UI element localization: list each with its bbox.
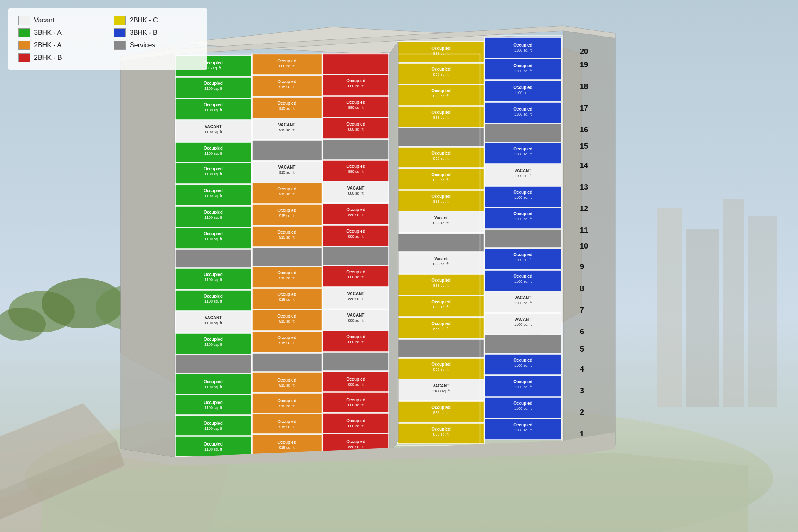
floor-num-8: 8 [580,284,584,293]
svg-rect-56 [252,353,322,372]
floor-num-1: 1 [580,430,584,438]
svg-text:855 sq. ft: 855 sq. ft [433,94,449,98]
svg-text:Occupied: Occupied [204,379,223,384]
svg-text:Occupied: Occupied [431,46,451,51]
floor-num-17: 17 [580,104,588,112]
svg-text:Vacant: Vacant [434,256,448,261]
svg-rect-60 [323,372,389,392]
svg-text:Occupied: Occupied [277,101,296,106]
svg-text:1100 sq. ft: 1100 sq. ft [514,323,532,327]
svg-text:1100 sq. ft: 1100 sq. ft [514,217,532,221]
svg-text:915 sq. ft: 915 sq. ft [279,276,295,280]
svg-rect-66 [323,413,389,433]
svg-text:Occupied: Occupied [513,252,532,257]
svg-text:1100 sq. ft: 1100 sq. ft [514,48,532,52]
svg-text:880 sq. ft: 880 sq. ft [348,340,364,344]
svg-text:880 sq. ft: 880 sq. ft [348,445,364,449]
floor-num-2: 2 [580,408,584,416]
legend-item-3bhka: 3BHK - A [18,28,101,37]
building-visualization: Occupied 915 sq. ft Occupied 880 sq. ft … [0,0,798,532]
svg-text:Occupied: Occupied [346,122,365,126]
svg-text:Occupied: Occupied [513,43,532,47]
svg-rect-67 [175,436,251,456]
floor-num-12: 12 [580,204,588,213]
svg-text:1100 sq. ft: 1100 sq. ft [204,215,222,219]
legend-item-2bhkc: 2BHK - C [114,16,197,25]
floor-num-10: 10 [580,242,588,250]
svg-text:Occupied: Occupied [513,85,532,90]
2bhka-label: 2BHK - A [34,42,62,49]
vacant-swatch [18,16,30,25]
2bhka-swatch [18,41,30,50]
svg-text:Occupied: Occupied [277,208,296,213]
legend-item-2bhka: 2BHK - A [18,41,101,50]
svg-text:1100 sq. ft: 1100 sq. ft [204,172,222,176]
svg-text:Occupied: Occupied [513,274,532,278]
svg-text:Occupied: Occupied [431,405,451,410]
svg-text:Occupied: Occupied [204,337,223,342]
svg-text:880 sq. ft: 880 sq. ft [348,424,364,428]
svg-text:855 sq. ft: 855 sq. ft [433,367,449,372]
svg-text:880 sq. ft: 880 sq. ft [348,127,364,131]
svg-text:880 sq. ft: 880 sq. ft [348,297,364,301]
building-svg: Occupied 915 sq. ft Occupied 880 sq. ft … [0,0,798,532]
svg-text:1100 sq. ft: 1100 sq. ft [432,389,450,393]
svg-text:Occupied: Occupied [513,64,532,68]
svg-text:915 sq. ft: 915 sq. ft [279,128,295,132]
svg-text:Occupied: Occupied [277,79,296,84]
floor-num-16: 16 [580,126,588,134]
svg-text:Occupied: Occupied [431,151,451,155]
services-swatch [114,41,126,50]
svg-text:Occupied: Occupied [513,401,532,406]
svg-text:VACANT: VACANT [205,315,222,320]
floor-num-19: 19 [580,61,588,69]
svg-text:855 sq. ft: 855 sq. ft [433,283,449,288]
svg-text:880 sq. ft: 880 sq. ft [348,84,364,88]
floor-num-18: 18 [580,82,588,91]
svg-text:VACANT: VACANT [347,313,365,318]
3bhkb-swatch [114,28,126,37]
svg-text:880 sq. ft: 880 sq. ft [348,213,364,217]
floor-num-13: 13 [580,183,588,191]
svg-rect-42 [323,247,389,265]
svg-text:915 sq. ft: 915 sq. ft [279,404,295,408]
svg-text:1100 sq. ft: 1100 sq. ft [204,86,222,91]
svg-text:880 sq. ft: 880 sq. ft [348,170,364,174]
svg-text:855 sq. ft: 855 sq. ft [433,52,449,56]
svg-text:1100 sq. ft: 1100 sq. ft [204,237,222,241]
svg-text:915 sq. ft: 915 sq. ft [279,341,295,345]
vacant-label: Vacant [34,17,54,24]
svg-text:Occupied: Occupied [346,100,365,105]
floor-num-3: 3 [580,387,584,395]
svg-text:Occupied: Occupied [204,232,223,236]
svg-text:Occupied: Occupied [277,187,296,191]
svg-text:880 sq. ft: 880 sq. ft [279,64,295,68]
svg-text:Occupied: Occupied [204,421,223,426]
svg-text:Occupied: Occupied [204,400,223,405]
svg-rect-65 [252,414,322,434]
svg-text:915 sq. ft: 915 sq. ft [205,66,221,70]
svg-text:Occupied: Occupied [513,212,532,216]
svg-marker-110 [121,54,175,457]
svg-text:VACANT: VACANT [278,123,296,127]
svg-text:VACANT: VACANT [433,384,450,388]
svg-text:1100 sq. ft: 1100 sq. ft [514,406,532,411]
svg-text:Occupied: Occupied [277,399,296,403]
svg-rect-5 [748,216,777,407]
svg-text:1100 sq. ft: 1100 sq. ft [204,108,222,112]
2bhkc-swatch [114,16,126,25]
svg-text:915 sq. ft: 915 sq. ft [279,106,295,111]
svg-rect-15 [323,53,389,74]
svg-text:1100 sq. ft: 1100 sq. ft [204,299,222,303]
svg-text:Occupied: Occupied [431,321,451,326]
svg-text:855 sq. ft: 855 sq. ft [433,262,449,266]
svg-text:Occupied: Occupied [204,167,223,171]
svg-text:VACANT: VACANT [515,317,532,322]
svg-text:VACANT: VACANT [515,168,532,173]
2bhkb-label: 2BHK - B [34,54,62,62]
floor-num-14: 14 [580,161,588,170]
svg-text:915 sq. ft: 915 sq. ft [279,298,295,302]
svg-rect-2 [657,208,682,407]
svg-text:1100 sq. ft: 1100 sq. ft [204,278,222,282]
svg-text:Occupied: Occupied [346,439,365,444]
